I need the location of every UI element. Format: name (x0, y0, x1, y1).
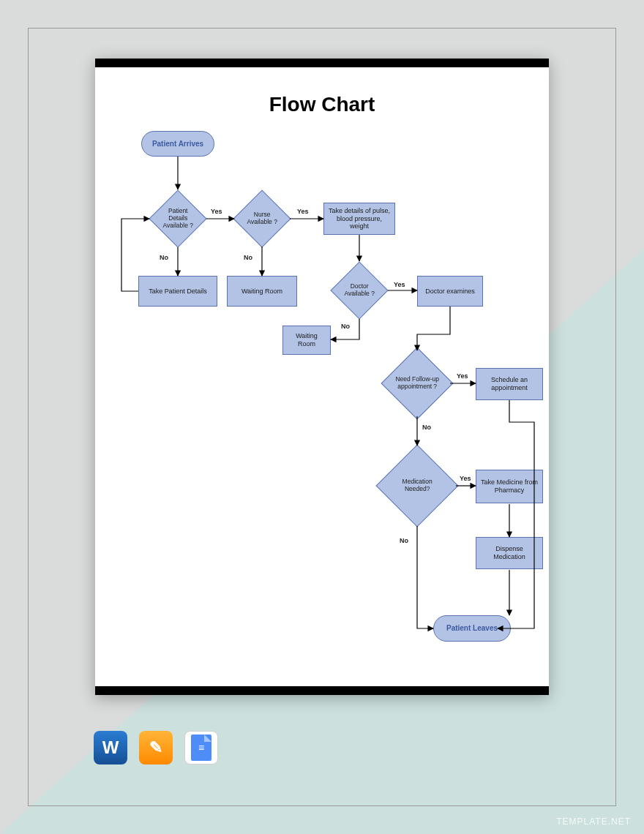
flowchart-canvas: Patient Arrives Patient Details Availabl… (95, 131, 549, 677)
label-yes-1: Yes (211, 208, 222, 215)
node-decision-nurse-available: Nurse Available ? (233, 189, 291, 247)
label-yes-3: Yes (394, 281, 405, 288)
node-waiting-room-doctor: Waiting Room (282, 326, 331, 355)
label-no-3: No (341, 323, 350, 330)
label-no-1: No (160, 254, 168, 261)
watermark-brand: TEMPLATE (556, 816, 607, 827)
node-take-vitals: Take details of pulse, blood pressure, w… (323, 203, 395, 235)
node-take-medicine: Take Medicine from Pharmacy (476, 470, 543, 503)
node-decision-doctor-available: Doctor Available ? (330, 261, 388, 319)
label-yes-5: Yes (460, 475, 471, 482)
label-yes-2: Yes (297, 208, 309, 215)
word-icon[interactable]: W (94, 731, 127, 764)
document-page: Flow Chart (95, 59, 549, 695)
node-decision-followup: Need Follow-up appointment ? (381, 348, 454, 420)
watermark: TEMPLATE.NET (556, 816, 631, 827)
format-icons-row: W ✎ ≡ (94, 731, 218, 764)
node-decision-medication: Medication Needed? (375, 444, 458, 527)
label-no-2: No (244, 254, 252, 261)
node-end: Patient Leaves (433, 615, 511, 642)
google-docs-icon[interactable]: ≡ (184, 731, 218, 764)
label-yes-4: Yes (457, 372, 468, 380)
node-decision-patient-details: Patient Details Available ? (149, 189, 206, 247)
node-schedule-appointment: Schedule an appointment (476, 368, 543, 400)
pages-icon[interactable]: ✎ (139, 731, 173, 764)
page-title: Flow Chart (95, 93, 549, 116)
node-start: Patient Arrives (141, 131, 214, 157)
label-no-4: No (422, 424, 431, 431)
node-doctor-examines: Doctor examines (417, 276, 483, 307)
label-no-5: No (400, 537, 408, 544)
node-take-patient-details: Take Patient Details (138, 276, 217, 307)
node-dispense-medication: Dispense Medication (476, 537, 543, 569)
node-waiting-room-nurse: Waiting Room (227, 276, 297, 307)
watermark-tld: .NET (608, 816, 631, 827)
